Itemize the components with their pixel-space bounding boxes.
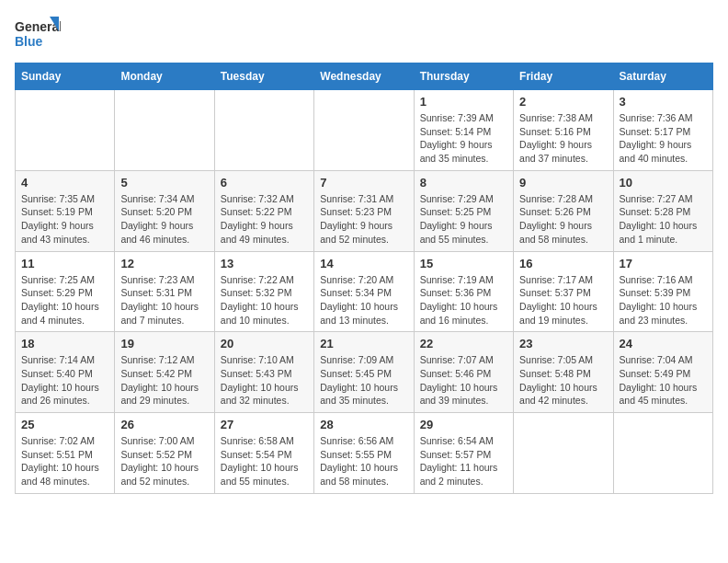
day-detail: Sunrise: 6:56 AM Sunset: 5:55 PM Dayligh… (320, 434, 407, 488)
day-number: 26 (120, 418, 208, 431)
calendar-cell: 19Sunrise: 7:12 AM Sunset: 5:42 PM Dayli… (115, 332, 214, 413)
day-detail: Sunrise: 7:31 AM Sunset: 5:23 PM Dayligh… (320, 192, 407, 247)
calendar-cell: 25Sunrise: 7:02 AM Sunset: 5:51 PM Dayli… (16, 413, 115, 494)
day-number: 29 (420, 418, 507, 431)
day-detail: Sunrise: 7:32 AM Sunset: 5:22 PM Dayligh… (221, 192, 308, 247)
day-detail: Sunrise: 7:27 AM Sunset: 5:28 PM Dayligh… (620, 192, 707, 247)
day-number: 22 (420, 337, 507, 350)
calendar-cell: 17Sunrise: 7:16 AM Sunset: 5:39 PM Dayli… (613, 251, 712, 332)
day-number: 2 (519, 95, 607, 109)
calendar-table: SundayMondayTuesdayWednesdayThursdayFrid… (15, 63, 713, 494)
day-number: 14 (320, 257, 407, 270)
column-header-wednesday: Wednesday (314, 63, 414, 90)
calendar-cell: 21Sunrise: 7:09 AM Sunset: 5:45 PM Dayli… (314, 332, 414, 413)
day-number: 17 (620, 257, 707, 270)
column-header-friday: Friday (514, 63, 613, 90)
day-detail: Sunrise: 7:10 AM Sunset: 5:43 PM Dayligh… (221, 353, 308, 408)
day-detail: Sunrise: 7:39 AM Sunset: 5:14 PM Dayligh… (420, 111, 507, 166)
calendar-cell (16, 90, 115, 171)
calendar-cell: 9Sunrise: 7:28 AM Sunset: 5:26 PM Daylig… (514, 170, 613, 251)
day-number: 27 (221, 418, 308, 431)
calendar-week-row: 4Sunrise: 7:35 AM Sunset: 5:19 PM Daylig… (16, 170, 713, 251)
day-detail: Sunrise: 7:04 AM Sunset: 5:49 PM Dayligh… (620, 353, 707, 408)
day-detail: Sunrise: 7:28 AM Sunset: 5:26 PM Dayligh… (519, 192, 607, 247)
day-number: 23 (519, 337, 607, 350)
calendar-cell: 15Sunrise: 7:19 AM Sunset: 5:36 PM Dayli… (414, 251, 513, 332)
day-number: 19 (120, 337, 208, 350)
day-detail: Sunrise: 7:00 AM Sunset: 5:52 PM Dayligh… (120, 434, 208, 488)
day-number: 9 (519, 176, 607, 190)
day-number: 1 (420, 95, 507, 109)
calendar-cell: 16Sunrise: 7:17 AM Sunset: 5:37 PM Dayli… (514, 251, 613, 332)
day-number: 7 (320, 176, 407, 190)
calendar-cell: 6Sunrise: 7:32 AM Sunset: 5:22 PM Daylig… (214, 170, 313, 251)
day-number: 21 (320, 337, 407, 350)
day-detail: Sunrise: 7:17 AM Sunset: 5:37 PM Dayligh… (519, 273, 607, 327)
day-detail: Sunrise: 7:09 AM Sunset: 5:45 PM Dayligh… (320, 353, 407, 408)
day-number: 12 (120, 257, 208, 270)
day-number: 25 (21, 418, 108, 431)
logo-svg: General Blue (15, 15, 61, 53)
calendar-cell (214, 90, 313, 171)
day-detail: Sunrise: 7:22 AM Sunset: 5:32 PM Dayligh… (221, 273, 308, 327)
calendar-cell: 10Sunrise: 7:27 AM Sunset: 5:28 PM Dayli… (613, 170, 712, 251)
day-number: 4 (21, 176, 108, 190)
calendar-cell (613, 413, 712, 494)
day-number: 11 (21, 257, 108, 270)
day-detail: Sunrise: 7:36 AM Sunset: 5:17 PM Dayligh… (620, 111, 707, 166)
calendar-cell: 5Sunrise: 7:34 AM Sunset: 5:20 PM Daylig… (115, 170, 214, 251)
day-number: 5 (120, 176, 208, 190)
day-detail: Sunrise: 7:05 AM Sunset: 5:48 PM Dayligh… (519, 353, 607, 408)
day-detail: Sunrise: 7:12 AM Sunset: 5:42 PM Dayligh… (120, 353, 208, 408)
logo: General Blue (15, 15, 61, 53)
day-detail: Sunrise: 7:25 AM Sunset: 5:29 PM Dayligh… (21, 273, 108, 327)
column-header-sunday: Sunday (16, 63, 115, 90)
day-number: 3 (620, 95, 707, 109)
day-detail: Sunrise: 7:34 AM Sunset: 5:20 PM Dayligh… (120, 192, 208, 247)
day-detail: Sunrise: 7:29 AM Sunset: 5:25 PM Dayligh… (420, 192, 507, 247)
day-number: 24 (620, 337, 707, 350)
day-detail: Sunrise: 6:54 AM Sunset: 5:57 PM Dayligh… (420, 434, 507, 488)
svg-text:Blue: Blue (15, 34, 43, 49)
day-number: 8 (420, 176, 507, 190)
day-detail: Sunrise: 7:38 AM Sunset: 5:16 PM Dayligh… (519, 111, 607, 166)
calendar-week-row: 11Sunrise: 7:25 AM Sunset: 5:29 PM Dayli… (16, 251, 713, 332)
calendar-cell: 1Sunrise: 7:39 AM Sunset: 5:14 PM Daylig… (414, 90, 513, 171)
calendar-week-row: 1Sunrise: 7:39 AM Sunset: 5:14 PM Daylig… (16, 90, 713, 171)
day-detail: Sunrise: 7:02 AM Sunset: 5:51 PM Dayligh… (21, 434, 108, 488)
calendar-cell: 3Sunrise: 7:36 AM Sunset: 5:17 PM Daylig… (613, 90, 712, 171)
day-number: 13 (221, 257, 308, 270)
calendar-week-row: 25Sunrise: 7:02 AM Sunset: 5:51 PM Dayli… (16, 413, 713, 494)
calendar-cell: 28Sunrise: 6:56 AM Sunset: 5:55 PM Dayli… (314, 413, 414, 494)
day-detail: Sunrise: 7:14 AM Sunset: 5:40 PM Dayligh… (21, 353, 108, 408)
calendar-cell: 2Sunrise: 7:38 AM Sunset: 5:16 PM Daylig… (514, 90, 613, 171)
column-header-saturday: Saturday (613, 63, 712, 90)
calendar-cell: 7Sunrise: 7:31 AM Sunset: 5:23 PM Daylig… (314, 170, 414, 251)
day-detail: Sunrise: 7:07 AM Sunset: 5:46 PM Dayligh… (420, 353, 507, 408)
calendar-cell: 13Sunrise: 7:22 AM Sunset: 5:32 PM Dayli… (214, 251, 313, 332)
column-header-monday: Monday (115, 63, 214, 90)
calendar-cell: 12Sunrise: 7:23 AM Sunset: 5:31 PM Dayli… (115, 251, 214, 332)
calendar-cell: 27Sunrise: 6:58 AM Sunset: 5:54 PM Dayli… (214, 413, 313, 494)
calendar-cell: 8Sunrise: 7:29 AM Sunset: 5:25 PM Daylig… (414, 170, 513, 251)
column-header-tuesday: Tuesday (214, 63, 313, 90)
day-detail: Sunrise: 7:35 AM Sunset: 5:19 PM Dayligh… (21, 192, 108, 247)
calendar-cell (314, 90, 414, 171)
day-number: 18 (21, 337, 108, 350)
calendar-cell: 29Sunrise: 6:54 AM Sunset: 5:57 PM Dayli… (414, 413, 513, 494)
calendar-cell: 14Sunrise: 7:20 AM Sunset: 5:34 PM Dayli… (314, 251, 414, 332)
calendar-cell: 4Sunrise: 7:35 AM Sunset: 5:19 PM Daylig… (16, 170, 115, 251)
calendar-cell: 22Sunrise: 7:07 AM Sunset: 5:46 PM Dayli… (414, 332, 513, 413)
day-number: 28 (320, 418, 407, 431)
calendar-cell: 20Sunrise: 7:10 AM Sunset: 5:43 PM Dayli… (214, 332, 313, 413)
day-number: 15 (420, 257, 507, 270)
day-number: 20 (221, 337, 308, 350)
calendar-cell: 26Sunrise: 7:00 AM Sunset: 5:52 PM Dayli… (115, 413, 214, 494)
day-detail: Sunrise: 7:20 AM Sunset: 5:34 PM Dayligh… (320, 273, 407, 327)
day-number: 10 (620, 176, 707, 190)
calendar-week-row: 18Sunrise: 7:14 AM Sunset: 5:40 PM Dayli… (16, 332, 713, 413)
calendar-cell: 11Sunrise: 7:25 AM Sunset: 5:29 PM Dayli… (16, 251, 115, 332)
day-detail: Sunrise: 7:23 AM Sunset: 5:31 PM Dayligh… (120, 273, 208, 327)
calendar-cell: 23Sunrise: 7:05 AM Sunset: 5:48 PM Dayli… (514, 332, 613, 413)
header: General Blue (15, 15, 713, 53)
